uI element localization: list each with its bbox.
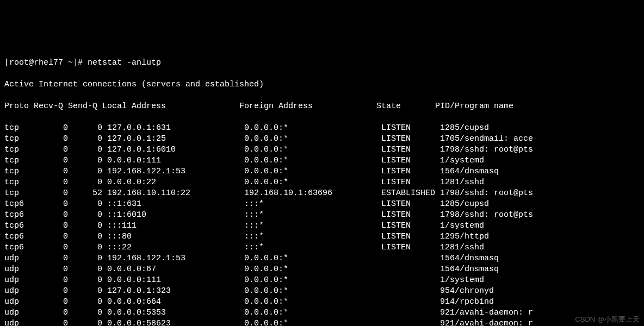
table-row: tcp000.0.0.0:1110.0.0.0:*LISTEN1/systemd: [4, 155, 640, 166]
cell-proto: udp: [4, 318, 34, 326]
table-row: udp000.0.0.0:670.0.0.0:*1564/dnsmasq: [4, 264, 640, 275]
cell-local: ::1:631: [107, 199, 244, 210]
prompt-user: root: [9, 58, 29, 67]
cell-pid: 1/systemd: [440, 275, 640, 286]
col-sendq: Send-Q: [68, 101, 102, 112]
cell-recvq: 0: [34, 318, 73, 326]
table-row: tcp052192.168.10.110:22192.168.10.1:6369…: [4, 188, 640, 199]
cell-foreign: :::*: [244, 231, 381, 242]
table-row: tcp600::1:6010:::*LISTEN1798/sshd: root@…: [4, 210, 640, 221]
cell-sendq: 52: [73, 188, 107, 199]
prompt-path: ~: [63, 58, 73, 67]
cell-recvq: 0: [34, 177, 73, 188]
cell-sendq: 0: [73, 264, 107, 275]
cell-foreign: 0.0.0.0:*: [244, 166, 381, 177]
prompt-line-1: [root@rhel77 ~]# netstat -anlutp: [4, 58, 640, 68]
table-row: udp000.0.0.0:6640.0.0.0:*914/rpcbind: [4, 297, 640, 308]
cell-proto: tcp6: [4, 242, 34, 253]
cell-sendq: 0: [73, 318, 107, 326]
cell-foreign: :::*: [244, 199, 381, 210]
cell-foreign: 0.0.0.0:*: [244, 286, 381, 297]
cell-state: [381, 318, 440, 326]
cell-foreign: 0.0.0.0:*: [244, 155, 381, 166]
cell-state: [381, 264, 440, 275]
cell-foreign: 192.168.10.1:63696: [244, 188, 381, 199]
table-row: udp00127.0.0.1:3230.0.0.0:*954/chronyd: [4, 286, 640, 297]
cell-proto: tcp: [4, 145, 34, 155]
cell-proto: udp: [4, 286, 34, 297]
cell-pid: 1705/sendmail: acce: [440, 134, 640, 145]
cell-local: 0.0.0.0:111: [107, 155, 244, 166]
cell-proto: tcp: [4, 155, 34, 166]
cell-pid: 1/systemd: [440, 155, 640, 166]
cell-foreign: 0.0.0.0:*: [244, 134, 381, 145]
cell-local: :::22: [107, 242, 244, 253]
cell-recvq: 0: [34, 134, 73, 145]
cell-state: LISTEN: [381, 231, 440, 242]
cell-local: 192.168.10.110:22: [107, 188, 244, 199]
table-row: tcp600:::22:::*LISTEN1281/sshd: [4, 242, 640, 253]
cell-state: LISTEN: [381, 242, 440, 253]
cell-recvq: 0: [34, 188, 73, 199]
cell-local: 127.0.0.1:323: [107, 286, 244, 297]
cell-sendq: 0: [73, 308, 107, 318]
cell-state: LISTEN: [381, 155, 440, 166]
cell-local: ::1:6010: [107, 210, 244, 221]
cell-foreign: 0.0.0.0:*: [244, 308, 381, 318]
cell-sendq: 0: [73, 275, 107, 286]
cell-recvq: 0: [34, 242, 73, 253]
cell-proto: tcp: [4, 188, 34, 199]
cell-state: LISTEN: [381, 123, 440, 134]
cell-state: LISTEN: [381, 177, 440, 188]
cell-foreign: 0.0.0.0:*: [244, 318, 381, 326]
cell-proto: udp: [4, 253, 34, 264]
cell-recvq: 0: [34, 264, 73, 275]
table-row: udp000.0.0.0:586230.0.0.0:*921/avahi-dae…: [4, 318, 640, 326]
table-row: udp00192.168.122.1:530.0.0.0:*1564/dnsma…: [4, 253, 640, 264]
cell-state: [381, 275, 440, 286]
cell-pid: 954/chronyd: [440, 286, 640, 297]
cell-local: 0.0.0.0:22: [107, 177, 244, 188]
cell-pid: 1798/sshd: root@pts: [440, 210, 640, 221]
col-recvq: Recv-Q: [34, 101, 68, 112]
command-text: netstat -anlutp: [83, 58, 161, 67]
cell-recvq: 0: [34, 275, 73, 286]
cell-state: LISTEN: [381, 221, 440, 231]
terminal[interactable]: [root@rhel77 ~]# netstat -anlutp Active …: [0, 43, 644, 326]
cell-pid: 1564/dnsmasq: [440, 264, 640, 275]
table-row: tcp00127.0.0.1:250.0.0.0:*LISTEN1705/sen…: [4, 134, 640, 145]
cell-state: LISTEN: [381, 134, 440, 145]
table-row: tcp000.0.0.0:220.0.0.0:*LISTEN1281/sshd: [4, 177, 640, 188]
cell-proto: tcp: [4, 134, 34, 145]
cell-sendq: 0: [73, 123, 107, 134]
prompt-host: rhel77: [34, 58, 63, 67]
bracket-open: [: [4, 58, 9, 67]
cell-foreign: 0.0.0.0:*: [244, 297, 381, 308]
cell-sendq: 0: [73, 221, 107, 231]
cell-proto: udp: [4, 275, 34, 286]
table-row: tcp00127.0.0.1:60100.0.0.0:*LISTEN1798/s…: [4, 145, 640, 155]
cell-foreign: 0.0.0.0:*: [244, 253, 381, 264]
cell-pid: 1/systemd: [440, 221, 640, 231]
cell-proto: tcp6: [4, 221, 34, 231]
cell-pid: 914/rpcbind: [440, 297, 640, 308]
cell-state: LISTEN: [381, 210, 440, 221]
cell-state: LISTEN: [381, 199, 440, 210]
cell-state: [381, 286, 440, 297]
cell-local: 127.0.0.1:25: [107, 134, 244, 145]
cell-pid: 1295/httpd: [440, 231, 640, 242]
cell-proto: tcp: [4, 166, 34, 177]
table-header-row: ProtoRecv-QSend-QLocal AddressForeign Ad…: [4, 101, 640, 112]
cell-recvq: 0: [34, 253, 73, 264]
cell-proto: udp: [4, 308, 34, 318]
cell-proto: tcp6: [4, 231, 34, 242]
cell-local: 0.0.0.0:67: [107, 264, 244, 275]
cell-pid: 1285/cupsd: [440, 199, 640, 210]
table-row: tcp600:::111:::*LISTEN1/systemd: [4, 221, 640, 231]
cell-state: LISTEN: [381, 145, 440, 155]
table-row: udp000.0.0.0:1110.0.0.0:*1/systemd: [4, 275, 640, 286]
col-state: State: [376, 101, 435, 112]
cell-recvq: 0: [34, 231, 73, 242]
cell-state: [381, 297, 440, 308]
cell-state: [381, 253, 440, 264]
